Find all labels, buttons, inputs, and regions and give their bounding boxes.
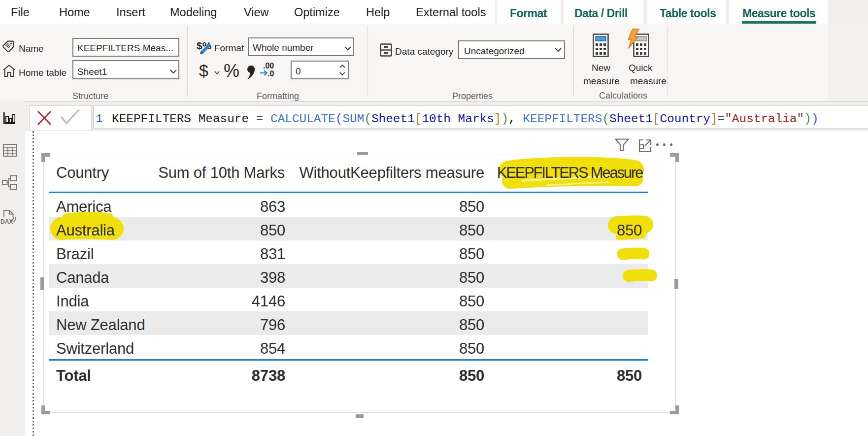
svg-text:DAX: DAX	[0, 218, 13, 225]
